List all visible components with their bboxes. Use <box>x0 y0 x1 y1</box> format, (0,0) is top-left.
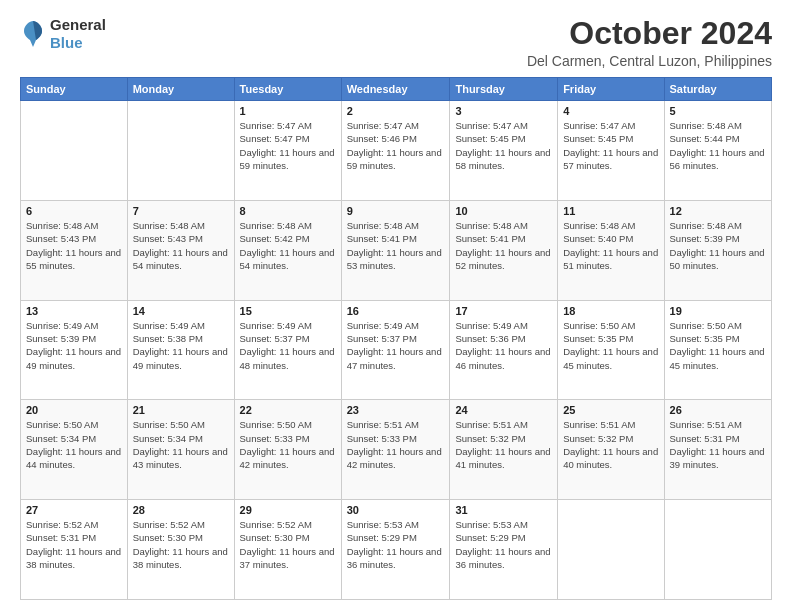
table-cell: 8Sunrise: 5:48 AM Sunset: 5:42 PM Daylig… <box>234 200 341 300</box>
day-number: 22 <box>240 404 336 416</box>
day-info: Sunrise: 5:50 AM Sunset: 5:33 PM Dayligh… <box>240 418 336 471</box>
day-number: 26 <box>670 404 766 416</box>
header-friday: Friday <box>558 78 664 101</box>
header-monday: Monday <box>127 78 234 101</box>
day-info: Sunrise: 5:52 AM Sunset: 5:31 PM Dayligh… <box>26 518 122 571</box>
table-cell: 9Sunrise: 5:48 AM Sunset: 5:41 PM Daylig… <box>341 200 450 300</box>
header-saturday: Saturday <box>664 78 771 101</box>
day-info: Sunrise: 5:51 AM Sunset: 5:33 PM Dayligh… <box>347 418 445 471</box>
table-cell: 14Sunrise: 5:49 AM Sunset: 5:38 PM Dayli… <box>127 300 234 400</box>
day-number: 9 <box>347 205 445 217</box>
table-cell: 10Sunrise: 5:48 AM Sunset: 5:41 PM Dayli… <box>450 200 558 300</box>
table-cell: 12Sunrise: 5:48 AM Sunset: 5:39 PM Dayli… <box>664 200 771 300</box>
day-info: Sunrise: 5:48 AM Sunset: 5:43 PM Dayligh… <box>26 219 122 272</box>
day-number: 7 <box>133 205 229 217</box>
day-number: 5 <box>670 105 766 117</box>
day-number: 1 <box>240 105 336 117</box>
location: Del Carmen, Central Luzon, Philippines <box>527 53 772 69</box>
day-number: 23 <box>347 404 445 416</box>
day-number: 21 <box>133 404 229 416</box>
day-info: Sunrise: 5:48 AM Sunset: 5:40 PM Dayligh… <box>563 219 658 272</box>
day-info: Sunrise: 5:50 AM Sunset: 5:35 PM Dayligh… <box>670 319 766 372</box>
calendar-header-row: Sunday Monday Tuesday Wednesday Thursday… <box>21 78 772 101</box>
table-cell: 15Sunrise: 5:49 AM Sunset: 5:37 PM Dayli… <box>234 300 341 400</box>
day-info: Sunrise: 5:50 AM Sunset: 5:35 PM Dayligh… <box>563 319 658 372</box>
table-cell: 20Sunrise: 5:50 AM Sunset: 5:34 PM Dayli… <box>21 400 128 500</box>
table-cell <box>127 101 234 201</box>
day-info: Sunrise: 5:48 AM Sunset: 5:43 PM Dayligh… <box>133 219 229 272</box>
logo-bird-icon <box>20 19 46 49</box>
table-cell: 2Sunrise: 5:47 AM Sunset: 5:46 PM Daylig… <box>341 101 450 201</box>
day-number: 25 <box>563 404 658 416</box>
week-row-2: 6Sunrise: 5:48 AM Sunset: 5:43 PM Daylig… <box>21 200 772 300</box>
table-cell: 7Sunrise: 5:48 AM Sunset: 5:43 PM Daylig… <box>127 200 234 300</box>
table-cell: 31Sunrise: 5:53 AM Sunset: 5:29 PM Dayli… <box>450 500 558 600</box>
table-cell: 21Sunrise: 5:50 AM Sunset: 5:34 PM Dayli… <box>127 400 234 500</box>
table-cell: 18Sunrise: 5:50 AM Sunset: 5:35 PM Dayli… <box>558 300 664 400</box>
day-number: 8 <box>240 205 336 217</box>
day-info: Sunrise: 5:48 AM Sunset: 5:41 PM Dayligh… <box>347 219 445 272</box>
day-info: Sunrise: 5:47 AM Sunset: 5:45 PM Dayligh… <box>563 119 658 172</box>
table-cell <box>664 500 771 600</box>
day-info: Sunrise: 5:49 AM Sunset: 5:36 PM Dayligh… <box>455 319 552 372</box>
week-row-3: 13Sunrise: 5:49 AM Sunset: 5:39 PM Dayli… <box>21 300 772 400</box>
day-number: 30 <box>347 504 445 516</box>
logo: General Blue <box>20 16 106 52</box>
table-cell: 17Sunrise: 5:49 AM Sunset: 5:36 PM Dayli… <box>450 300 558 400</box>
day-info: Sunrise: 5:50 AM Sunset: 5:34 PM Dayligh… <box>133 418 229 471</box>
day-info: Sunrise: 5:48 AM Sunset: 5:44 PM Dayligh… <box>670 119 766 172</box>
day-number: 13 <box>26 305 122 317</box>
day-number: 20 <box>26 404 122 416</box>
day-info: Sunrise: 5:50 AM Sunset: 5:34 PM Dayligh… <box>26 418 122 471</box>
day-number: 15 <box>240 305 336 317</box>
day-info: Sunrise: 5:53 AM Sunset: 5:29 PM Dayligh… <box>347 518 445 571</box>
table-cell: 25Sunrise: 5:51 AM Sunset: 5:32 PM Dayli… <box>558 400 664 500</box>
week-row-5: 27Sunrise: 5:52 AM Sunset: 5:31 PM Dayli… <box>21 500 772 600</box>
table-cell: 4Sunrise: 5:47 AM Sunset: 5:45 PM Daylig… <box>558 101 664 201</box>
table-cell: 24Sunrise: 5:51 AM Sunset: 5:32 PM Dayli… <box>450 400 558 500</box>
day-info: Sunrise: 5:51 AM Sunset: 5:32 PM Dayligh… <box>563 418 658 471</box>
day-number: 17 <box>455 305 552 317</box>
day-number: 29 <box>240 504 336 516</box>
day-number: 28 <box>133 504 229 516</box>
day-info: Sunrise: 5:52 AM Sunset: 5:30 PM Dayligh… <box>133 518 229 571</box>
calendar-table: Sunday Monday Tuesday Wednesday Thursday… <box>20 77 772 600</box>
header-tuesday: Tuesday <box>234 78 341 101</box>
month-title: October 2024 <box>527 16 772 51</box>
table-cell: 5Sunrise: 5:48 AM Sunset: 5:44 PM Daylig… <box>664 101 771 201</box>
day-info: Sunrise: 5:53 AM Sunset: 5:29 PM Dayligh… <box>455 518 552 571</box>
day-number: 12 <box>670 205 766 217</box>
day-info: Sunrise: 5:48 AM Sunset: 5:39 PM Dayligh… <box>670 219 766 272</box>
table-cell: 26Sunrise: 5:51 AM Sunset: 5:31 PM Dayli… <box>664 400 771 500</box>
table-cell: 19Sunrise: 5:50 AM Sunset: 5:35 PM Dayli… <box>664 300 771 400</box>
header-sunday: Sunday <box>21 78 128 101</box>
table-cell: 30Sunrise: 5:53 AM Sunset: 5:29 PM Dayli… <box>341 500 450 600</box>
table-cell: 1Sunrise: 5:47 AM Sunset: 5:47 PM Daylig… <box>234 101 341 201</box>
table-cell: 16Sunrise: 5:49 AM Sunset: 5:37 PM Dayli… <box>341 300 450 400</box>
table-cell: 23Sunrise: 5:51 AM Sunset: 5:33 PM Dayli… <box>341 400 450 500</box>
day-info: Sunrise: 5:47 AM Sunset: 5:46 PM Dayligh… <box>347 119 445 172</box>
day-number: 16 <box>347 305 445 317</box>
header-wednesday: Wednesday <box>341 78 450 101</box>
table-cell: 28Sunrise: 5:52 AM Sunset: 5:30 PM Dayli… <box>127 500 234 600</box>
title-block: October 2024 Del Carmen, Central Luzon, … <box>527 16 772 69</box>
day-number: 3 <box>455 105 552 117</box>
day-number: 2 <box>347 105 445 117</box>
day-number: 4 <box>563 105 658 117</box>
day-number: 19 <box>670 305 766 317</box>
day-info: Sunrise: 5:47 AM Sunset: 5:45 PM Dayligh… <box>455 119 552 172</box>
day-number: 10 <box>455 205 552 217</box>
page: General Blue October 2024 Del Carmen, Ce… <box>0 0 792 612</box>
day-number: 11 <box>563 205 658 217</box>
day-info: Sunrise: 5:51 AM Sunset: 5:31 PM Dayligh… <box>670 418 766 471</box>
day-number: 31 <box>455 504 552 516</box>
day-number: 24 <box>455 404 552 416</box>
day-info: Sunrise: 5:49 AM Sunset: 5:37 PM Dayligh… <box>240 319 336 372</box>
day-info: Sunrise: 5:49 AM Sunset: 5:37 PM Dayligh… <box>347 319 445 372</box>
table-cell: 22Sunrise: 5:50 AM Sunset: 5:33 PM Dayli… <box>234 400 341 500</box>
header-thursday: Thursday <box>450 78 558 101</box>
logo-general: General <box>50 16 106 34</box>
day-number: 27 <box>26 504 122 516</box>
day-info: Sunrise: 5:48 AM Sunset: 5:41 PM Dayligh… <box>455 219 552 272</box>
week-row-4: 20Sunrise: 5:50 AM Sunset: 5:34 PM Dayli… <box>21 400 772 500</box>
